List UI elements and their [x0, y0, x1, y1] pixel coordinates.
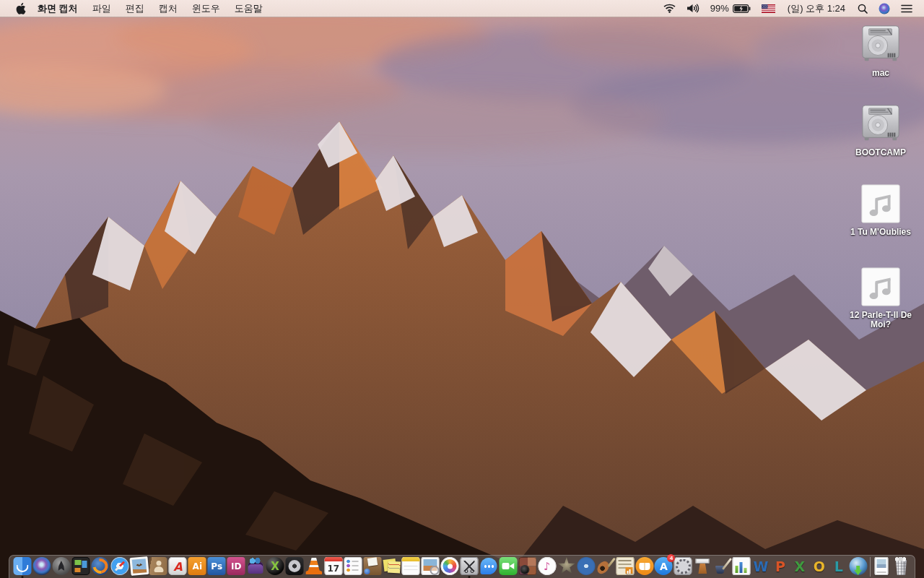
dock-indesign-icon[interactable]: ID [227, 556, 245, 577]
battery-percent: 99% [710, 3, 729, 14]
dock-powerpoint-icon[interactable]: P [771, 556, 790, 577]
dock-garageband-icon[interactable] [596, 556, 615, 577]
dock-reminders-icon[interactable] [344, 556, 362, 577]
menu-item-4[interactable]: 도움말 [227, 0, 270, 17]
dock-keynote-icon[interactable] [693, 556, 712, 577]
dock-stickies-icon[interactable] [383, 556, 401, 577]
dock-illustrator-icon[interactable]: Ai [188, 556, 206, 577]
dock-calendar-icon[interactable]: 17 [324, 556, 343, 577]
us-flag-icon [762, 4, 775, 13]
dock-photo-booth-icon[interactable] [518, 556, 537, 577]
dock-trash-full-icon[interactable] [892, 556, 910, 577]
menu-clock[interactable]: (일) 오후 1:24 [783, 0, 850, 17]
battery-menu[interactable]: 99% [707, 0, 754, 17]
menu-item-3[interactable]: 윈도우 [185, 0, 227, 17]
audio-file-icon [860, 183, 902, 225]
desktop-icon-volume-bootcamp[interactable]: BOOTCAMP [841, 103, 920, 158]
desktop-icon-audio-file-1[interactable]: 1 Tu M'Oublies [841, 183, 920, 237]
dock-photos-icon[interactable] [440, 556, 459, 577]
dock-launchpad-icon[interactable] [52, 556, 71, 577]
menu-item-2[interactable]: 캡처 [152, 0, 185, 17]
dock-numbers-icon[interactable] [732, 556, 751, 577]
siri-menu[interactable] [876, 0, 893, 17]
spotlight-search-icon [858, 4, 868, 14]
dock-firefox-icon[interactable] [91, 556, 110, 577]
wifi-icon [663, 4, 676, 13]
menu-items: 파일편집캡처윈도우도움말 [85, 0, 270, 17]
dock-document-file-icon[interactable] [872, 556, 891, 577]
volume-icon [687, 4, 699, 13]
dock-preview-icon[interactable] [421, 556, 440, 577]
desktop-icon-column: macBOOTCAMP1 Tu M'Oublies12 Parle-T-Il D… [837, 0, 924, 549]
desktop-icon-label: 12 Parle-T-Il De Moi? [841, 311, 920, 329]
dock-finder-icon[interactable] [13, 556, 32, 577]
dock-app-store-icon[interactable]: A4 [654, 556, 673, 577]
input-source-menu[interactable] [759, 0, 778, 17]
dock-divider [870, 557, 871, 577]
dock-imovie-icon[interactable] [557, 556, 576, 577]
dock-siri-icon[interactable] [32, 556, 51, 577]
desktop-icon-volume-mac[interactable]: mac [841, 24, 920, 78]
dock-stuffit-expander-icon[interactable] [363, 556, 382, 577]
menu-item-1[interactable]: 편집 [118, 0, 152, 17]
dock-x-sphere-app-icon[interactable]: X [266, 556, 284, 577]
dock-pages-icon[interactable] [712, 556, 731, 577]
notification-center-menu[interactable] [898, 0, 915, 17]
spotlight-menu[interactable] [855, 0, 871, 17]
dock-ibooks-icon[interactable] [635, 556, 654, 577]
dock-vlc-icon[interactable] [305, 556, 323, 577]
hard-drive-icon [860, 103, 902, 145]
dock-mail-icon[interactable] [130, 556, 149, 577]
dock-contacts-icon[interactable] [149, 556, 167, 577]
dock-system-preferences-icon[interactable] [674, 556, 692, 577]
volume-menu[interactable] [684, 0, 702, 17]
dock-excel-icon[interactable]: X [790, 556, 809, 577]
dock-notes-icon[interactable] [401, 556, 420, 577]
battery-charging-icon [733, 4, 751, 13]
dock-newsstand-documents-icon[interactable] [616, 556, 635, 577]
desktop-icon-label: mac [872, 69, 889, 78]
hard-drive-icon [860, 24, 902, 66]
dock-acrobat-reader-icon[interactable]: A [168, 556, 187, 577]
desktop-icon-label: BOOTCAMP [855, 148, 906, 158]
menu-bar: 화면 캡처 파일편집캡처윈도우도움말 [0, 0, 924, 17]
dock-lync-icon[interactable]: L [829, 556, 848, 577]
dock-safari-icon[interactable] [110, 556, 129, 577]
apple-logo-icon [16, 3, 26, 14]
dock-mission-control-icon[interactable] [71, 556, 90, 577]
dock-word-icon[interactable]: W [751, 556, 770, 577]
dock-outlook-icon[interactable]: O [810, 556, 829, 577]
apple-menu[interactable] [10, 0, 32, 17]
active-app-name[interactable]: 화면 캡처 [38, 2, 78, 15]
desktop-wallpaper [0, 0, 924, 578]
wifi-menu[interactable] [661, 0, 679, 17]
dock-idvd-icon[interactable] [577, 556, 596, 577]
dock-itunes-icon[interactable]: ♪ [538, 556, 557, 577]
dock-photoshop-icon[interactable]: Ps [207, 556, 226, 577]
siri-icon [879, 3, 890, 14]
dock-disk-utility-app-icon[interactable] [285, 556, 304, 577]
desktop-icon-label: 1 Tu M'Oublies [850, 228, 911, 237]
dock-grab-screen-capture-icon[interactable] [460, 556, 479, 577]
notification-center-icon [901, 4, 912, 13]
dock-facetime-icon[interactable] [499, 556, 518, 577]
menu-item-0[interactable]: 파일 [85, 0, 118, 17]
audio-file-icon [860, 266, 902, 308]
dock-web-downloader-icon[interactable] [849, 556, 868, 577]
dock: AAiPsIDX17♪A4WPXOL [9, 555, 915, 578]
desktop-icon-audio-file-2[interactable]: 12 Parle-T-Il De Moi? [841, 266, 920, 329]
dock-messages-icon[interactable] [479, 556, 498, 577]
dock-toast-titanium-icon[interactable] [246, 556, 265, 577]
macos-desktop: 화면 캡처 파일편집캡처윈도우도움말 [0, 0, 924, 578]
